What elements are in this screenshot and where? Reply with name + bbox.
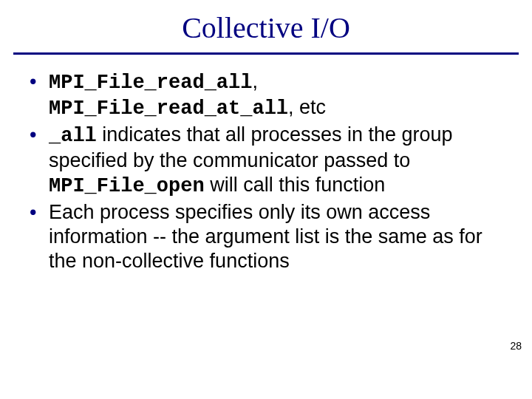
body-text: indicates that all processes in the grou… xyxy=(49,123,453,171)
bullet-item: Each process specifies only its own acce… xyxy=(27,200,505,273)
slide-content: MPI_File_read_all, MPI_File_read_at_all,… xyxy=(27,69,505,273)
page-number: 28 xyxy=(510,340,522,352)
body-text: will call this function xyxy=(205,174,386,196)
bullet-item: _all indicates that all processes in the… xyxy=(27,123,505,199)
bullet-item: MPI_File_read_all, MPI_File_read_at_all,… xyxy=(27,69,505,121)
body-text: , xyxy=(252,70,258,92)
code-text: _all xyxy=(49,125,97,147)
bullet-list: MPI_File_read_all, MPI_File_read_at_all,… xyxy=(27,69,505,273)
slide: Collective I/O MPI_File_read_all, MPI_Fi… xyxy=(0,10,532,399)
code-text: MPI_File_read_at_all xyxy=(49,98,288,120)
body-text: Each process specifies only its own acce… xyxy=(49,201,482,272)
title-rule xyxy=(13,52,519,55)
code-text: MPI_File_open xyxy=(49,175,205,197)
code-text: MPI_File_read_all xyxy=(49,72,252,94)
body-text: , etc xyxy=(288,96,326,118)
slide-title: Collective I/O xyxy=(0,10,532,45)
